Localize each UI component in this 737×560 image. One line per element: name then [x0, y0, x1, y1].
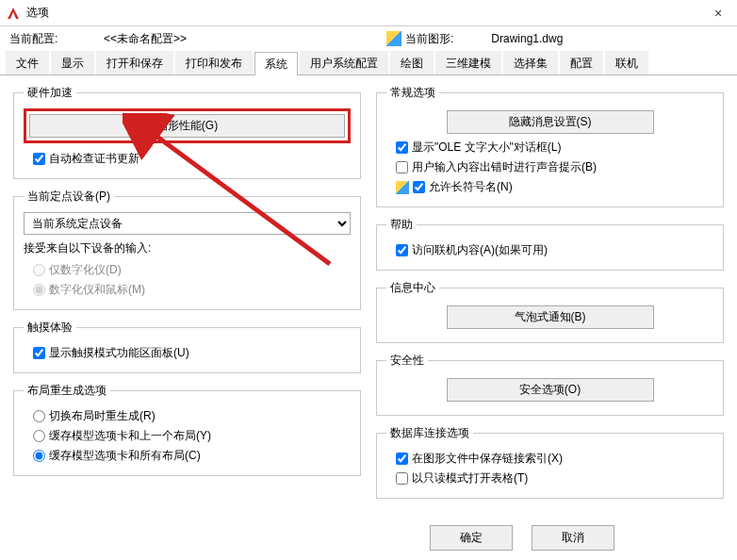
left-column: 硬件加速 图形性能(G) 自动检查证书更新 当前定点设备(P) 当前系统定点设备… [13, 85, 361, 507]
ole-size-checkbox-input[interactable] [396, 141, 408, 154]
profile-info-row: 当前配置: <<未命名配置>> 当前图形: Drawing1.dwg [0, 26, 737, 51]
pointing-device-dropdown[interactable]: 当前系统定点设备 [24, 212, 351, 235]
ole-size-label: 显示"OLE 文字大小"对话框(L) [412, 140, 562, 156]
hidden-message-settings-button[interactable]: 隐藏消息设置(S) [447, 110, 654, 134]
group-info-center: 信息中心 气泡式通知(B) [376, 280, 724, 343]
group-info-center-legend: 信息中心 [386, 280, 439, 296]
dialog-buttons: 确定 取消 [430, 525, 614, 551]
auto-cert-checkbox-input[interactable] [33, 153, 45, 165]
save-link-index-checkbox-input[interactable] [396, 453, 408, 465]
radio-cache-last-input[interactable] [33, 430, 45, 442]
group-touch-legend: 触摸体验 [24, 320, 76, 336]
tab-drafting[interactable]: 绘图 [390, 51, 434, 74]
current-profile-label: 当前配置: [9, 31, 104, 47]
long-names-row[interactable]: 允许长符号名(N) [386, 177, 513, 197]
titlebar: 选项 × [0, 0, 737, 26]
readonly-tables-checkbox[interactable]: 以只读模式打开表格(T) [386, 469, 713, 488]
balloon-notification-button[interactable]: 气泡式通知(B) [447, 305, 654, 329]
save-link-index-checkbox[interactable]: 在图形文件中保存链接索引(X) [386, 449, 713, 469]
current-drawing-label: 当前图形: [405, 31, 453, 47]
group-help: 帮助 访问联机内容(A)(如果可用) [376, 217, 724, 271]
tab-profiles[interactable]: 配置 [560, 51, 603, 74]
group-pointing-device: 当前定点设备(P) 当前系统定点设备 接受来自以下设备的输入: 仅数字化仪(D)… [13, 189, 361, 310]
beep-checkbox[interactable]: 用户输入内容出错时进行声音提示(B) [386, 157, 713, 177]
group-general-legend: 常规选项 [386, 85, 439, 101]
group-hardware-accel-legend: 硬件加速 [24, 85, 76, 101]
accept-input-label: 接受来自以下设备的输入: [24, 240, 351, 256]
group-security: 安全性 安全选项(O) [376, 353, 724, 416]
group-help-legend: 帮助 [386, 217, 417, 233]
radio-digitizer-only-input [33, 264, 45, 276]
beep-label: 用户输入内容出错时进行声音提示(B) [412, 159, 597, 175]
tab-display[interactable]: 显示 [51, 51, 94, 74]
radio-cache-all-input[interactable] [33, 450, 45, 462]
tab-content: 硬件加速 图形性能(G) 自动检查证书更新 当前定点设备(P) 当前系统定点设备… [0, 75, 737, 517]
tab-user-prefs[interactable]: 用户系统配置 [300, 51, 388, 74]
group-pointing-device-legend: 当前定点设备(P) [24, 189, 114, 205]
radio-regen-switch-label: 切换布局时重生成(R) [49, 408, 156, 424]
tab-print-publish[interactable]: 打印和发布 [175, 51, 253, 74]
group-layout-regen: 布局重生成选项 切换布局时重生成(R) 缓存模型选项卡和上一个布局(Y) 缓存模… [13, 383, 361, 476]
group-security-legend: 安全性 [386, 353, 428, 369]
readonly-tables-label: 以只读模式打开表格(T) [412, 470, 528, 486]
close-button[interactable]: × [699, 0, 737, 26]
online-help-checkbox[interactable]: 访问联机内容(A)(如果可用) [386, 240, 713, 260]
online-help-label: 访问联机内容(A)(如果可用) [412, 242, 548, 258]
highlight-frame: 图形性能(G) [24, 108, 351, 143]
app-icon [6, 6, 21, 21]
radio-cache-last-label: 缓存模型选项卡和上一个布局(Y) [49, 428, 211, 444]
tab-selection[interactable]: 选择集 [503, 51, 558, 74]
readonly-tables-checkbox-input[interactable] [396, 472, 408, 485]
radio-regen-switch[interactable]: 切换布局时重生成(R) [24, 406, 351, 426]
ole-size-checkbox[interactable]: 显示"OLE 文字大小"对话框(L) [386, 138, 713, 157]
ok-button[interactable]: 确定 [430, 525, 513, 551]
radio-digitizer-only-label: 仅数字化仪(D) [49, 262, 122, 278]
cancel-button[interactable]: 取消 [532, 525, 614, 551]
right-column: 常规选项 隐藏消息设置(S) 显示"OLE 文字大小"对话框(L) 用户输入内容… [376, 85, 724, 507]
tab-online[interactable]: 联机 [605, 51, 648, 74]
security-options-button[interactable]: 安全选项(O) [447, 378, 654, 402]
group-hardware-accel: 硬件加速 图形性能(G) 自动检查证书更新 [13, 85, 361, 179]
radio-cache-all[interactable]: 缓存模型选项卡和所有布局(C) [24, 446, 351, 466]
group-db-connect-legend: 数据库连接选项 [386, 425, 473, 441]
graphics-performance-button[interactable]: 图形性能(G) [29, 114, 345, 138]
group-general: 常规选项 隐藏消息设置(S) 显示"OLE 文字大小"对话框(L) 用户输入内容… [376, 85, 724, 207]
window-title: 选项 [26, 5, 49, 21]
touch-panel-label: 显示触摸模式功能区面板(U) [49, 345, 189, 361]
beep-checkbox-input[interactable] [396, 161, 408, 173]
tab-3d-modeling[interactable]: 三维建模 [435, 51, 501, 74]
radio-digitizer-mouse-label: 数字化仪和鼠标(M) [49, 282, 145, 298]
drawing-icon [396, 181, 409, 194]
group-touch: 触摸体验 显示触摸模式功能区面板(U) [13, 320, 361, 373]
radio-cache-last[interactable]: 缓存模型选项卡和上一个布局(Y) [24, 426, 351, 446]
group-layout-regen-legend: 布局重生成选项 [24, 383, 110, 399]
auto-cert-label: 自动检查证书更新 [49, 151, 139, 167]
touch-panel-checkbox-input[interactable] [33, 347, 45, 359]
tabs: 文件 显示 打开和保存 打印和发布 系统 用户系统配置 绘图 三维建模 选择集 … [0, 51, 737, 75]
drawing-icon [386, 31, 401, 46]
radio-digitizer-mouse: 数字化仪和鼠标(M) [24, 280, 351, 300]
radio-cache-all-label: 缓存模型选项卡和所有布局(C) [49, 448, 201, 464]
save-link-index-label: 在图形文件中保存链接索引(X) [412, 451, 563, 467]
auto-cert-checkbox[interactable]: 自动检查证书更新 [24, 149, 351, 169]
online-help-checkbox-input[interactable] [396, 244, 408, 256]
radio-regen-switch-input[interactable] [33, 410, 45, 422]
current-profile-value: <<未命名配置>> [104, 31, 386, 47]
tab-open-save[interactable]: 打开和保存 [96, 51, 173, 74]
touch-panel-checkbox[interactable]: 显示触摸模式功能区面板(U) [24, 343, 351, 363]
long-names-checkbox-input[interactable] [413, 181, 425, 193]
long-names-label: 允许长符号名(N) [429, 179, 513, 195]
tab-file[interactable]: 文件 [6, 51, 49, 74]
radio-digitizer-only: 仅数字化仪(D) [24, 260, 351, 280]
group-db-connect: 数据库连接选项 在图形文件中保存链接索引(X) 以只读模式打开表格(T) [376, 425, 724, 499]
tab-system[interactable]: 系统 [254, 52, 298, 75]
current-drawing-value: Drawing1.dwg [491, 32, 563, 45]
radio-digitizer-mouse-input [33, 284, 45, 296]
